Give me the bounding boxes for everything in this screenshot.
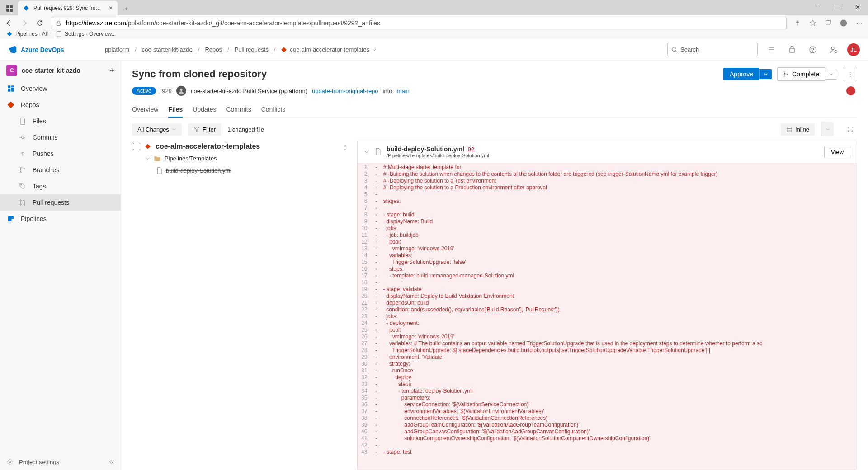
svg-text:?: ? [811,47,814,52]
tab-close-icon[interactable]: ✕ [108,5,113,11]
breadcrumb-repo[interactable]: coe-alm-accelerator-templates [281,46,377,53]
code-viewer[interactable]: 1234567891011121314151617181920212223242… [358,163,857,470]
tab-commits[interactable]: Commits [226,102,251,118]
window-maximize[interactable] [827,0,848,14]
tree-folder[interactable]: Pipelines/Templates [132,152,349,164]
breadcrumb-item[interactable]: pplatform [105,46,129,53]
code-line: - aadGroupCanvasConfiguration: '$(Valida… [371,428,857,435]
svg-point-25 [20,200,22,201]
sidebar-item-repos[interactable]: Repos [0,97,121,113]
search-input[interactable]: Search [667,43,758,56]
profile-icon[interactable] [839,19,848,28]
code-line: - variables: # The build contains an out… [371,340,857,347]
chevron-down-icon [146,156,150,161]
sidebar-item-branches[interactable]: Branches [0,162,121,178]
approve-dropdown[interactable] [760,69,772,79]
breadcrumb-item[interactable]: Pull requests [235,46,269,53]
svg-point-10 [672,47,676,51]
code-line: - strategy: [371,361,857,367]
url-path: /pplatform/coe-starter-kit-azdo/_git/coe… [126,19,380,27]
tab-overview[interactable]: Overview [132,102,158,118]
shopping-bag-icon[interactable] [785,42,799,57]
sidebar-item-label: Branches [33,166,59,174]
edge-menu-icon[interactable] [3,2,16,15]
complete-button[interactable]: Complete [777,67,825,81]
svg-point-30 [784,75,785,76]
view-mode-dropdown[interactable] [821,122,834,136]
svg-point-14 [831,47,834,50]
sidebar-item-pull-requests[interactable]: Pull requests [0,194,121,211]
tree-more-icon[interactable]: ⋮ [342,143,348,150]
list-icon[interactable] [764,42,778,57]
browser-more-icon[interactable]: ⋯ [854,19,863,28]
chevron-down-icon [172,127,176,132]
tree-file[interactable]: build-deploy-Solution.yml [132,164,349,177]
tab-title: Pull request 929: Sync from clone [33,5,105,11]
code-line: - pool: [371,239,857,245]
window-minimize[interactable] [807,0,827,14]
reviewer-avatar[interactable] [846,86,855,95]
svg-rect-19 [8,89,10,92]
all-changes-dropdown[interactable]: All Changes [132,123,182,136]
read-aloud-icon[interactable] [793,19,802,28]
favorites-icon[interactable] [808,19,817,28]
sidebar-item-label: Tags [33,183,46,190]
breadcrumb-item[interactable]: Repos [205,46,222,53]
inline-view-button[interactable]: Inline [781,123,815,136]
project-add-button[interactable]: + [109,66,114,75]
tab-updates[interactable]: Updates [193,102,216,118]
svg-point-23 [24,168,25,169]
bookmark-icon [6,31,13,37]
new-tab-button[interactable]: + [119,2,133,15]
bookmark-pipelines[interactable]: Pipelines - All [6,31,48,37]
complete-dropdown[interactable] [825,69,837,80]
user-avatar[interactable]: JL [847,43,860,56]
merge-icon [783,71,789,77]
sidebar-item-label: Files [33,118,46,125]
browser-tab[interactable]: Pull request 929: Sync from clone ✕ [18,1,118,15]
target-branch-link[interactable]: main [397,88,410,94]
project-settings-link[interactable]: Project settings [19,459,59,465]
window-close[interactable] [848,0,868,14]
code-line: - [371,205,857,212]
user-settings-icon[interactable] [826,42,841,57]
sidebar-item-overview[interactable]: Overview [0,80,121,97]
tree-repo-name[interactable]: coe-alm-accelerator-templates [156,142,338,150]
code-line: - vmImage: 'windows-2019' [371,334,857,340]
code-line: - # -Building the solution when changes … [371,171,857,178]
file-icon [156,167,162,174]
breadcrumb-item[interactable]: coe-starter-kit-azdo [142,46,193,53]
collections-icon[interactable] [824,19,833,28]
azdo-logo[interactable]: Azure DevOps [8,45,99,54]
tags-icon [18,182,27,191]
sidebar-item-label: Overview [21,85,47,92]
collapse-file-icon[interactable] [364,149,369,155]
address-bar[interactable]: https://dev.azure.com/pplatform/coe-star… [51,17,787,29]
project-name[interactable]: coe-starter-kit-azdo [22,67,105,74]
svg-rect-6 [57,23,60,25]
filter-button[interactable]: Filter [188,123,221,136]
nav-refresh-icon[interactable] [35,19,44,28]
tab-conflicts[interactable]: Conflicts [261,102,286,118]
view-file-button[interactable]: View [824,146,850,158]
sidebar-item-files[interactable]: Files [0,113,121,129]
fullscreen-button[interactable] [844,122,857,136]
author-avatar-icon [176,86,186,96]
help-icon[interactable]: ? [806,42,820,57]
source-branch-link[interactable]: update-from-original-repo [312,88,378,94]
collapse-sidebar-icon[interactable] [108,459,114,465]
sidebar-item-commits[interactable]: Commits [0,129,121,146]
azdo-header: Azure DevOps pplatform/ coe-starter-kit-… [0,39,868,61]
bookmark-settings[interactable]: Settings - Overview... [56,31,116,37]
approve-button[interactable]: Approve [723,68,760,80]
tab-files[interactable]: Files [168,102,183,118]
sidebar-item-tags[interactable]: Tags [0,178,121,194]
sidebar-item-pipelines[interactable]: Pipelines [0,211,121,227]
sidebar-item-pushes[interactable]: Pushes [0,146,121,162]
sidebar-item-label: Commits [33,134,57,141]
more-actions-button[interactable]: ⋮ [843,67,857,81]
tree-checkbox[interactable] [133,143,140,150]
nav-back-icon[interactable] [5,19,14,28]
breadcrumbs: pplatform/ coe-starter-kit-azdo/ Repos/ … [105,46,661,53]
code-line: - - job: buildjob [371,232,857,239]
